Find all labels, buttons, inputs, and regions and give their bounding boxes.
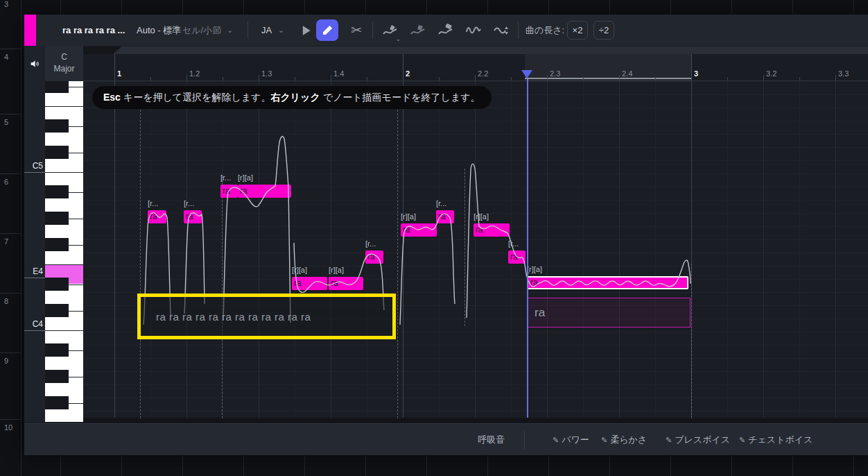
ruler-label: 1.4 <box>333 69 344 78</box>
track-name[interactable]: ra ra ra ra ra ... <box>62 15 125 46</box>
timeline-ruler[interactable]: 11.21.31.422.22.32.433.23.3 <box>83 54 868 81</box>
note[interactable]: ra <box>220 185 238 198</box>
grid-line <box>439 81 440 418</box>
piano-black-key[interactable] <box>45 146 69 159</box>
piano-keyboard[interactable] <box>45 81 83 422</box>
pencil-icon: ✎ <box>553 436 559 444</box>
pencil-tool-button[interactable] <box>316 19 338 41</box>
vibrato-tool-button[interactable] <box>462 19 485 41</box>
lyric-input-box[interactable]: ra <box>527 298 691 328</box>
ruler-tick <box>835 75 836 80</box>
scissors-tool-button[interactable]: ✂ <box>345 19 367 41</box>
language-selector[interactable]: JA <box>261 15 272 46</box>
background-measure-number: 3 <box>4 0 8 8</box>
pitch-anchor-icon <box>410 22 426 39</box>
note[interactable]: ra <box>365 250 383 264</box>
piano-black-key[interactable] <box>45 185 69 198</box>
breath-sound-button[interactable]: 呼吸音 <box>478 424 505 456</box>
piano-black-key[interactable] <box>45 238 69 251</box>
grid-line <box>223 81 223 418</box>
white-key-separator <box>69 350 83 351</box>
pitch-draw-tool-button[interactable]: ⌄ <box>379 19 401 41</box>
parameter-bar: 呼吸音 ✎パワー✎柔らかさ✎ブレスボイス✎チェストボイス <box>24 423 868 455</box>
piano-black-key[interactable] <box>45 304 69 317</box>
highlighted-key-e4[interactable] <box>69 278 83 284</box>
grid-line <box>619 81 620 418</box>
speaker-icon <box>29 58 40 69</box>
white-key-separator <box>69 377 83 377</box>
piano-black-key[interactable] <box>45 396 69 409</box>
note[interactable]: ra <box>508 250 526 264</box>
phoneme-label: [r... <box>148 199 158 207</box>
playhead-marker[interactable] <box>521 70 532 78</box>
pencil-icon <box>321 24 333 37</box>
scissors-icon: ✂ <box>351 22 362 38</box>
note[interactable]: ra <box>401 223 437 237</box>
horizontal-scrollbar-handle[interactable] <box>113 46 868 54</box>
piano-black-key[interactable] <box>45 81 69 93</box>
parameter-toggle-パワー[interactable]: ✎パワー <box>553 424 589 456</box>
ruler-tick <box>259 75 259 80</box>
length-divide2-button[interactable]: ÷2 <box>593 21 614 40</box>
grid-line <box>150 81 151 418</box>
phoneme-label: [r][a] <box>238 173 253 182</box>
pitch-erase-tool-button[interactable] <box>435 19 457 41</box>
pencil-icon: ✎ <box>666 436 672 444</box>
pitch-label-line <box>24 278 45 278</box>
highlighted-key-e4[interactable] <box>45 264 83 278</box>
toolbar-divider <box>248 22 248 39</box>
note[interactable]: ra <box>184 210 202 223</box>
parameter-toggle-柔らかさ[interactable]: ✎柔らかさ <box>601 424 647 456</box>
track-mute-toggle[interactable] <box>24 46 45 81</box>
pencil-icon: ✎ <box>601 436 607 444</box>
pitch-transition-line <box>140 110 141 418</box>
length-times2-button[interactable]: ×2 <box>567 21 588 40</box>
note[interactable]: ra <box>238 185 291 198</box>
grid-line <box>727 81 728 418</box>
background-measure-line <box>0 293 21 294</box>
pitch-mode-sub-label[interactable]: セル/小節 <box>182 15 221 46</box>
ruler-label: 1.3 <box>261 69 272 78</box>
pitch-label-line <box>24 330 45 331</box>
background-measure-line <box>0 233 21 234</box>
ruler-tick <box>223 77 223 80</box>
ruler-tick <box>511 77 512 80</box>
piano-black-key[interactable] <box>45 212 69 225</box>
vibrato-edit-tool-button[interactable] <box>490 19 512 41</box>
piano-black-key[interactable] <box>45 278 69 291</box>
background-grid-line <box>21 0 21 476</box>
chevron-down-icon[interactable]: ⌄ <box>278 15 284 46</box>
grid-line <box>295 81 295 418</box>
ruler-label: 2.4 <box>622 69 632 78</box>
pointer-tool-button[interactable] <box>295 19 317 41</box>
scale-selector[interactable]: C Major <box>45 46 83 81</box>
track-color-swatch[interactable] <box>24 15 36 46</box>
tutorial-highlight-box: ra ra ra ra ra ra ra ra ra ra ra ra <box>137 294 396 339</box>
note[interactable]: ra <box>436 210 454 223</box>
parameter-toggle-ブレスボイス[interactable]: ✎ブレスボイス <box>666 424 730 456</box>
piano-black-key[interactable] <box>45 370 69 383</box>
scale-root: C <box>45 51 83 63</box>
ruler-tick <box>331 75 331 80</box>
note[interactable]: ra <box>329 277 363 290</box>
background-measure-number: 9 <box>4 357 8 365</box>
note[interactable]: ra <box>148 210 166 223</box>
piano-black-key[interactable] <box>45 343 69 357</box>
grid-line <box>835 81 836 418</box>
chevron-down-icon[interactable]: ⌄ <box>227 15 233 46</box>
pitch-anchor-tool-button[interactable] <box>407 19 429 41</box>
note[interactable]: ra <box>292 277 327 290</box>
note[interactable]: ra <box>474 223 510 237</box>
entered-lyrics-text: ra ra ra ra ra ra ra ra ra ra ra ra <box>156 311 311 323</box>
ruler-tick <box>295 77 295 80</box>
ruler-tick <box>727 77 728 80</box>
piano-black-key[interactable] <box>45 119 69 133</box>
ruler-label: 2.2 <box>478 69 488 78</box>
parameter-toggle-チェストボイス[interactable]: ✎チェストボイス <box>739 424 813 456</box>
note-selected[interactable]: ra <box>527 276 688 289</box>
note-grid[interactable] <box>83 81 868 418</box>
ruler-tick <box>439 77 440 80</box>
hint-tooltip: Esc キーを押して選択を解除します。右クリック でノート描画モードを終了します… <box>92 86 492 109</box>
horizontal-scrollbar-track[interactable] <box>83 46 868 54</box>
pitch-mode-label[interactable]: Auto - 標準 <box>137 15 181 46</box>
